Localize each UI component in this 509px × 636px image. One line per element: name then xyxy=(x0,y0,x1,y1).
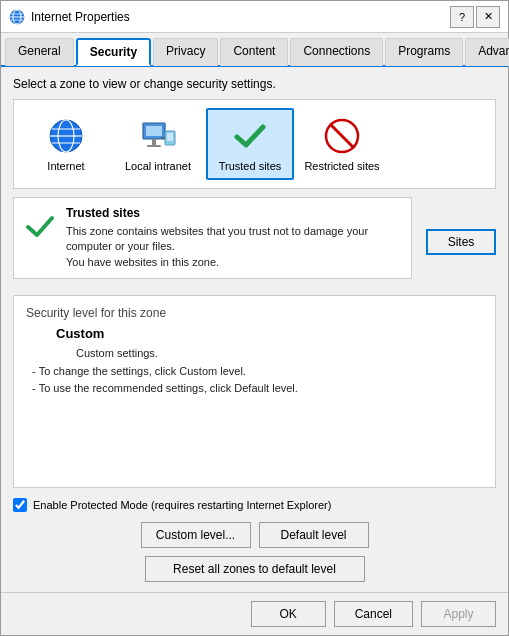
tab-advanced[interactable]: Advanced xyxy=(465,38,509,66)
reset-btn-row: Reset all zones to default level xyxy=(13,556,496,582)
restricted-zone-icon xyxy=(322,116,362,156)
tab-programs[interactable]: Programs xyxy=(385,38,463,66)
zone-internet[interactable]: Internet xyxy=(22,108,110,180)
title-bar: Internet Properties ? ✕ xyxy=(1,1,508,33)
svg-rect-12 xyxy=(152,139,156,145)
sites-btn-container: Sites xyxy=(420,197,496,287)
custom-level-desc: Custom settings. - To change the setting… xyxy=(26,345,483,398)
custom-level-name: Custom xyxy=(26,326,483,341)
intranet-zone-label: Local intranet xyxy=(125,160,191,172)
ie-icon xyxy=(9,9,25,25)
security-level-label: Security level for this zone xyxy=(26,306,483,320)
title-bar-left: Internet Properties xyxy=(9,9,130,25)
window-title: Internet Properties xyxy=(31,10,130,24)
internet-zone-label: Internet xyxy=(47,160,84,172)
protected-mode-label: Enable Protected Mode (requires restarti… xyxy=(33,499,331,511)
trusted-info-title: Trusted sites xyxy=(66,206,401,220)
svg-rect-15 xyxy=(167,133,173,141)
tab-connections[interactable]: Connections xyxy=(290,38,383,66)
tab-privacy[interactable]: Privacy xyxy=(153,38,218,66)
internet-zone-icon xyxy=(46,116,86,156)
zone-section-label: Select a zone to view or change security… xyxy=(13,77,496,91)
internet-properties-window: Internet Properties ? ✕ General Security… xyxy=(0,0,509,636)
svg-rect-11 xyxy=(146,126,162,136)
ok-button[interactable]: OK xyxy=(251,601,326,627)
tab-security[interactable]: Security xyxy=(76,38,151,66)
level-buttons: Custom level... Default level xyxy=(13,522,496,548)
security-tab-content: Select a zone to view or change security… xyxy=(1,67,508,592)
cancel-button[interactable]: Cancel xyxy=(334,601,413,627)
tab-bar: General Security Privacy Content Connect… xyxy=(1,33,508,67)
footer: OK Cancel Apply xyxy=(1,592,508,635)
sites-button[interactable]: Sites xyxy=(426,229,496,255)
intranet-zone-icon xyxy=(138,116,178,156)
zones-container: Internet Local intranet xyxy=(13,99,496,189)
reset-zones-button[interactable]: Reset all zones to default level xyxy=(145,556,365,582)
trusted-info-text: Trusted sites This zone contains website… xyxy=(66,206,401,270)
tab-general[interactable]: General xyxy=(5,38,74,66)
close-button[interactable]: ✕ xyxy=(476,6,500,28)
apply-button[interactable]: Apply xyxy=(421,601,496,627)
tab-content[interactable]: Content xyxy=(220,38,288,66)
title-bar-controls: ? ✕ xyxy=(450,6,500,28)
trusted-zone-icon xyxy=(230,116,270,156)
trusted-check-icon xyxy=(24,210,56,245)
restricted-zone-label: Restricted sites xyxy=(304,160,379,172)
protected-mode-checkbox[interactable] xyxy=(13,498,27,512)
custom-level-button[interactable]: Custom level... xyxy=(141,522,251,548)
svg-rect-13 xyxy=(147,145,161,147)
info-sites-row: Trusted sites This zone contains website… xyxy=(13,197,496,287)
security-level-box: Security level for this zone Custom Cust… xyxy=(13,295,496,488)
trusted-info-desc: This zone contains websites that you tru… xyxy=(66,224,401,270)
zone-restricted[interactable]: Restricted sites xyxy=(298,108,386,180)
trusted-info-box: Trusted sites This zone contains website… xyxy=(13,197,412,279)
default-level-button[interactable]: Default level xyxy=(259,522,369,548)
zone-trusted[interactable]: Trusted sites xyxy=(206,108,294,180)
trusted-zone-label: Trusted sites xyxy=(219,160,282,172)
help-button[interactable]: ? xyxy=(450,6,474,28)
zone-intranet[interactable]: Local intranet xyxy=(114,108,202,180)
protected-mode-row: Enable Protected Mode (requires restarti… xyxy=(13,498,496,512)
